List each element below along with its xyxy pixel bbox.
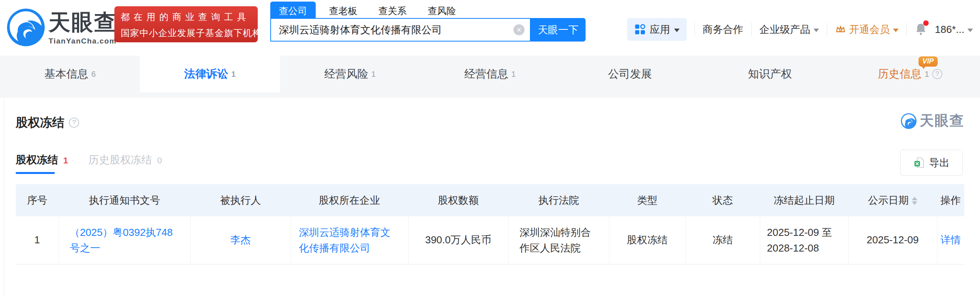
executee-link[interactable]: 李杰	[230, 234, 251, 246]
clear-search-icon[interactable]: ✕	[514, 24, 524, 35]
cell-executee: 李杰	[190, 216, 291, 264]
help-icon[interactable]: ?	[932, 69, 942, 79]
export-button[interactable]: 导出	[900, 150, 963, 176]
col-executee: 被执行人	[190, 184, 291, 216]
vip-badge: VIP	[919, 56, 938, 67]
search-field: ✕	[270, 18, 531, 42]
brand-domain: TianYanCha.com	[49, 37, 117, 45]
tianyancha-swirl-icon	[901, 113, 917, 129]
cell-notice-no: （2025）粤0392执748号之一	[59, 216, 190, 264]
slogan-line1: 都在用的商业查询工具	[121, 11, 251, 23]
tab-label: 基本信息	[44, 67, 88, 81]
search-button[interactable]: 天眼一下	[531, 18, 586, 42]
apps-menu[interactable]: 应用	[627, 18, 687, 41]
detail-link[interactable]: 详情	[940, 234, 961, 246]
tianyancha-swirl-icon	[7, 9, 45, 46]
col-publish-date-label: 公示日期	[868, 194, 909, 206]
divider	[906, 23, 907, 36]
col-publish-date[interactable]: 公示日期	[848, 184, 937, 216]
equity-freeze-subtabs: 股权冻结 1 历史股权冻结 0	[16, 153, 162, 167]
chevron-down-icon	[967, 29, 973, 32]
cell-action: 详情	[937, 216, 964, 264]
tab-count: 1	[231, 70, 236, 79]
header-nav: 应用 商务合作 企业级产品 开通会员 186*...	[627, 17, 973, 42]
cell-equity-amount: 390.0万人民币	[408, 216, 508, 264]
court-text: 深圳深汕特别合作区人民法院	[520, 225, 598, 256]
col-status: 状态	[685, 184, 760, 216]
notice-no-link[interactable]: （2025）粤0392执748号之一	[70, 225, 179, 256]
notifications-button[interactable]	[915, 23, 927, 36]
equity-freeze-card: 股权冻结 ? 天眼查 股权冻结 1 历史股权冻结 0 导出	[0, 98, 980, 297]
col-index: 序号	[16, 184, 59, 216]
tab-label: 公司发展	[608, 67, 652, 81]
top-header: 天眼查 TianYanCha.com 都在用的商业查询工具 国家中小企业发展子基…	[0, 0, 980, 56]
subtab-label: 历史股权冻结	[89, 154, 152, 166]
tab-count: 1	[371, 70, 376, 79]
tab-legal-proceedings[interactable]: 法律诉讼 1	[140, 56, 280, 92]
table-row: 1 （2025）粤0392执748号之一 李杰 深圳云适骑射体育文化传播有限公司…	[16, 216, 964, 264]
equity-freeze-table: 序号 执行通知书文号 被执行人 股权所在企业 股权数额 执行法院 类型 状态 冻…	[16, 184, 964, 264]
col-type: 类型	[609, 184, 685, 216]
col-equity-amount: 股权数额	[408, 184, 508, 216]
sort-icon[interactable]	[912, 197, 917, 205]
subtab-history-equity-freeze[interactable]: 历史股权冻结 0	[89, 153, 162, 167]
nav-enterprise-products[interactable]: 企业级产品	[759, 23, 819, 36]
tianyancha-logo[interactable]: 天眼查 TianYanCha.com	[7, 9, 117, 46]
export-label: 导出	[929, 156, 949, 170]
tab-history-info[interactable]: VIP 历史信息 1 ?	[840, 56, 980, 92]
nav-open-vip[interactable]: 开通会员	[835, 23, 899, 36]
col-company: 股权所在企业	[291, 184, 408, 216]
tab-label: 历史信息	[878, 67, 922, 81]
user-phone: 186*...	[935, 24, 964, 36]
subtab-equity-freeze[interactable]: 股权冻结 1	[16, 153, 68, 167]
nav-cooperation[interactable]: 商务合作	[703, 23, 743, 36]
apps-label: 应用	[650, 23, 670, 36]
subtab-label: 股权冻结	[16, 154, 58, 166]
col-freeze-period: 冻结起止日期	[760, 184, 848, 216]
company-link[interactable]: 深圳云适骑射体育文化传播有限公司	[299, 225, 400, 256]
search-input[interactable]	[279, 24, 514, 36]
tab-label: 经营风险	[324, 67, 368, 81]
watermark-text: 天眼查	[920, 111, 964, 130]
notification-dot	[923, 20, 929, 26]
tab-label: 法律诉讼	[184, 67, 228, 81]
tab-company-development[interactable]: 公司发展	[560, 56, 700, 92]
tab-count: 1	[511, 70, 515, 79]
chevron-down-icon	[814, 29, 819, 32]
brand-name: 天眼查	[49, 9, 117, 36]
user-account-menu[interactable]: 186*...	[935, 24, 973, 36]
cell-index: 1	[16, 216, 59, 264]
vip-label: 开通会员	[849, 23, 890, 36]
cell-type: 股权冻结	[609, 216, 685, 264]
col-court: 执行法院	[508, 184, 609, 216]
chevron-down-icon	[893, 29, 899, 32]
tab-intellectual-property[interactable]: 知识产权	[700, 56, 840, 92]
tab-basic-info[interactable]: 基本信息 6	[0, 56, 140, 92]
apps-grid-icon	[634, 24, 646, 35]
excel-icon	[913, 157, 925, 168]
tab-count: 6	[91, 70, 96, 79]
search-box: ✕ 天眼一下	[270, 18, 586, 42]
section-title: 股权冻结	[16, 114, 64, 131]
cell-freeze-period: 2025-12-09 至 2028-12-08	[760, 216, 848, 264]
chevron-down-icon	[674, 29, 680, 32]
section-divider	[0, 92, 980, 98]
cell-status: 冻结	[685, 216, 760, 264]
tab-label: 知识产权	[748, 67, 792, 81]
table-header-row: 序号 执行通知书文号 被执行人 股权所在企业 股权数额 执行法院 类型 状态 冻…	[16, 184, 964, 216]
col-action: 操作	[937, 184, 964, 216]
tab-count: 1	[925, 70, 929, 79]
col-notice-no: 执行通知书文号	[59, 184, 190, 216]
tianyancha-watermark: 天眼查	[901, 111, 964, 130]
slogan-badge: 都在用的商业查询工具 国家中小企业发展子基金旗下机构	[114, 6, 258, 42]
help-icon[interactable]: ?	[69, 118, 79, 128]
subtab-count: 1	[63, 156, 68, 165]
enterprise-label: 企业级产品	[759, 23, 810, 36]
divider	[694, 23, 695, 36]
tab-operating-info[interactable]: 经营信息 1	[420, 56, 560, 92]
freeze-period-text: 2025-12-09 至 2028-12-08	[767, 225, 841, 256]
divider	[751, 23, 752, 36]
tab-operating-risk[interactable]: 经营风险 1	[280, 56, 420, 92]
subtab-count: 0	[157, 156, 162, 165]
cell-publish-date: 2025-12-09	[848, 216, 937, 264]
